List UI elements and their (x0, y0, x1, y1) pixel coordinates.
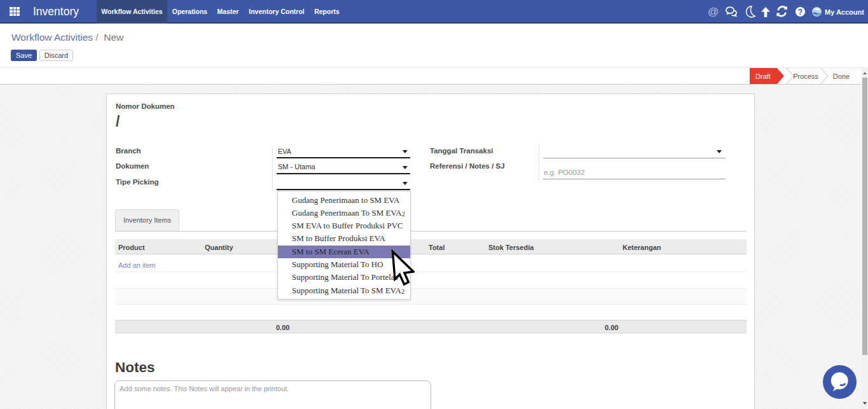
svg-text:My Account: My Account (825, 8, 864, 16)
svg-text:?: ? (798, 8, 803, 17)
svg-text:@: @ (708, 6, 719, 18)
svg-text:Done: Done (833, 73, 850, 80)
svg-text:Draft: Draft (755, 73, 771, 80)
svg-text:Process: Process (793, 73, 818, 80)
